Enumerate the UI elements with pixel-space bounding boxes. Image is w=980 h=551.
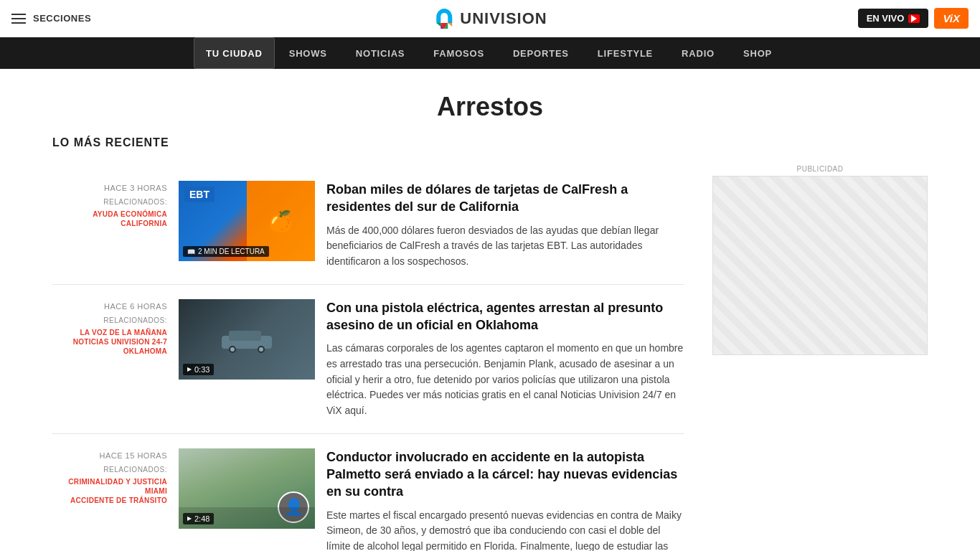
article-related-label: RELACIONADOS: <box>52 466 167 474</box>
article-time: HACE 6 HORAS <box>52 302 167 311</box>
hamburger-menu[interactable] <box>11 14 26 24</box>
nav-shows[interactable]: SHOWS <box>275 37 341 69</box>
article-related-label: RELACIONADOS: <box>52 316 167 324</box>
ad-placeholder <box>712 176 928 355</box>
article-title[interactable]: Roban miles de dólares de tarjetas de Ca… <box>326 181 684 216</box>
tag[interactable]: CRIMINALIDAD Y JUSTICIA <box>68 478 167 486</box>
nav-radio[interactable]: RADIO <box>667 37 729 69</box>
article-time: HACE 15 HORAS <box>52 451 167 460</box>
page-title: Arrestos <box>0 92 980 122</box>
article-item: HACE 6 HORAS RELACIONADOS: LA VOZ DE LA … <box>52 285 684 434</box>
articles-column: LO MÁS RECIENTE HACE 3 HORAS RELACIONADO… <box>52 136 684 551</box>
tag[interactable]: OKLAHOMA <box>123 347 167 355</box>
secondary-nav: TU CIUDAD SHOWS NOTICIAS FAMOSOS DEPORTE… <box>0 37 980 69</box>
ad-label: PUBLICIDAD <box>712 165 928 173</box>
article-meta: HACE 6 HORAS RELACIONADOS: LA VOZ DE LA … <box>52 299 167 355</box>
logo-text: UNIVISION <box>460 9 547 28</box>
article-time: HACE 3 HORAS <box>52 184 167 192</box>
tag[interactable]: MIAMI <box>145 487 167 495</box>
nav-deportes[interactable]: DEPORTES <box>499 37 583 69</box>
vix-label: ViX <box>943 12 960 24</box>
article-meta: HACE 3 HORAS RELACIONADOS: AYUDA ECONÓMI… <box>52 181 167 227</box>
tag[interactable]: CALIFORNIA <box>121 220 167 227</box>
play-icon <box>908 14 920 23</box>
article-related-label: RELACIONADOS: <box>52 198 167 206</box>
top-bar: SECCIONES UNIVISION EN VIVO ViX <box>0 0 980 37</box>
tag[interactable]: AYUDA ECONÓMICA <box>93 210 167 218</box>
en-vivo-button[interactable]: EN VIVO <box>858 9 929 28</box>
article-excerpt: Este martes el fiscal encargado presentó… <box>326 508 684 551</box>
secciones-label[interactable]: SECCIONES <box>33 13 91 24</box>
article-title[interactable]: Con una pistola eléctrica, agentes arres… <box>326 299 684 334</box>
article-thumbnail[interactable]: 0:33 <box>179 299 315 380</box>
nav-tu-ciudad[interactable]: TU CIUDAD <box>194 37 275 69</box>
tag[interactable]: ACCIDENTE DE TRÁNSITO <box>70 496 167 504</box>
article-content: Con una pistola eléctrica, agentes arres… <box>326 299 684 419</box>
article-tags: LA VOZ DE LA MAÑANA NOTICIAS UNIVISION 2… <box>52 329 167 355</box>
nav-shop[interactable]: SHOP <box>729 37 786 69</box>
article-item: HACE 3 HORAS RELACIONADOS: AYUDA ECONÓMI… <box>52 166 684 285</box>
nav-noticias[interactable]: NOTICIAS <box>341 37 420 69</box>
tag[interactable]: LA VOZ DE LA MAÑANA <box>80 329 167 336</box>
top-bar-left: SECCIONES <box>11 13 91 24</box>
video-duration: 0:33 <box>183 364 214 375</box>
sidebar-ad: PUBLICIDAD <box>712 165 928 355</box>
article-thumbnail[interactable]: EBT 🍊 2 MIN DE LECTURA <box>179 181 315 261</box>
article-tags: AYUDA ECONÓMICA CALIFORNIA <box>52 210 167 227</box>
article-excerpt: Las cámaras corporales de los agentes ca… <box>326 341 684 418</box>
main-layout: LO MÁS RECIENTE HACE 3 HORAS RELACIONADO… <box>24 136 956 551</box>
nav-famosos[interactable]: FAMOSOS <box>419 37 499 69</box>
article-tags: CRIMINALIDAD Y JUSTICIA MIAMI ACCIDENTE … <box>52 478 167 504</box>
article-item: HACE 15 HORAS RELACIONADOS: CRIMINALIDAD… <box>52 434 684 551</box>
vix-button[interactable]: ViX <box>934 8 969 29</box>
video-duration: 2:48 <box>183 513 214 524</box>
article-meta: HACE 15 HORAS RELACIONADOS: CRIMINALIDAD… <box>52 448 167 504</box>
top-bar-right: EN VIVO ViX <box>858 8 969 29</box>
univision-logo[interactable]: UNIVISION <box>433 7 547 30</box>
svg-point-5 <box>259 347 263 352</box>
logo-area[interactable]: UNIVISION <box>433 7 547 30</box>
article-content: Roban miles de dólares de tarjetas de Ca… <box>326 181 684 270</box>
univision-logo-icon <box>433 7 456 30</box>
en-vivo-label: EN VIVO <box>867 13 905 24</box>
article-excerpt: Más de 400,000 dólares fueron desviados … <box>326 223 684 270</box>
tag[interactable]: NOTICIAS UNIVISION 24-7 <box>73 338 167 346</box>
page-title-area: Arrestos <box>0 69 980 136</box>
sidebar-column: PUBLICIDAD <box>712 136 928 551</box>
article-thumbnail[interactable]: 👤 2:48 <box>179 448 315 529</box>
svg-point-3 <box>230 347 235 352</box>
nav-lifestyle[interactable]: LIFESTYLE <box>583 37 667 69</box>
section-header: LO MÁS RECIENTE <box>52 136 684 155</box>
article-title[interactable]: Conductor involucrado en accidente en la… <box>326 448 684 501</box>
read-time-badge: 2 MIN DE LECTURA <box>183 246 269 257</box>
svg-rect-1 <box>229 331 261 341</box>
article-content: Conductor involucrado en accidente en la… <box>326 448 684 551</box>
